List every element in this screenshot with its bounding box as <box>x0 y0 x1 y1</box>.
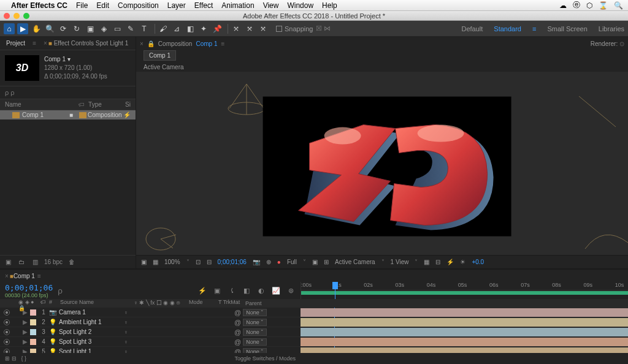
fast-preview-icon[interactable]: ▦ <box>424 259 429 265</box>
parent-dropdown[interactable]: None ˅ <box>243 348 267 354</box>
layer-name[interactable]: Spot Light 2 <box>59 328 91 335</box>
twirl-icon[interactable]: ▶ <box>22 319 28 325</box>
layer-switches[interactable]: ♀ <box>123 339 178 345</box>
visibility-toggle[interactable] <box>4 339 10 345</box>
layer-switches[interactable]: ♀ <box>123 319 178 325</box>
new-folder-icon[interactable]: 🗀 <box>17 258 26 267</box>
layer-switches[interactable]: ♀ <box>123 329 178 335</box>
pickwhip-icon[interactable]: @ <box>234 338 241 346</box>
pan-behind-tool[interactable]: ◈ <box>98 23 109 34</box>
eraser-tool[interactable]: ◧ <box>185 23 196 34</box>
visibility-toggle[interactable] <box>4 309 10 316</box>
channel-red-icon[interactable]: ● <box>277 259 281 265</box>
timeline-ruler[interactable]: :00s01s02s03s04s05s06s07s08s09s10s <box>301 282 628 299</box>
workspace-standard[interactable]: Standard <box>494 25 521 32</box>
circle-e-icon[interactable]: ⓔ <box>573 0 580 10</box>
layer-color-swatch[interactable] <box>30 329 36 335</box>
cloud-sync-icon[interactable]: ☁ <box>559 1 567 10</box>
pickwhip-icon[interactable]: @ <box>234 309 241 316</box>
workspace-smallscreen[interactable]: Small Screen <box>547 25 587 32</box>
type-tool[interactable]: T <box>139 23 150 34</box>
graph-editor-icon[interactable]: 📈 <box>271 286 281 295</box>
layer-name[interactable]: Ambient Light 1 <box>59 319 102 325</box>
dropbox-icon[interactable]: ⬡ <box>586 1 592 10</box>
comp-name-link[interactable]: Comp 1 <box>196 40 217 47</box>
timeline-tab-comp1[interactable]: Comp 1 <box>13 273 35 279</box>
pen-tool[interactable]: ✎ <box>125 23 136 34</box>
layer-switches[interactable]: ♀ <box>123 309 178 316</box>
current-timecode[interactable]: 0;00;01;06 <box>5 283 53 292</box>
hourglass-icon[interactable]: ⌛ <box>599 1 608 10</box>
close-icon[interactable]: × <box>140 40 144 47</box>
selection-tool[interactable]: ▶ <box>17 23 28 34</box>
menu-window[interactable]: Window <box>287 1 313 10</box>
hide-shy-icon[interactable]: ⤹ <box>227 286 237 295</box>
twirl-icon[interactable]: ▶ <box>22 328 28 335</box>
bit-depth-toggle[interactable]: 16 bpc <box>44 259 63 265</box>
layer-track[interactable] <box>301 308 628 317</box>
roto-tool[interactable]: ✦ <box>198 23 209 34</box>
layer-color-swatch[interactable] <box>30 349 36 354</box>
twirl-icon[interactable]: ▶ <box>22 348 28 353</box>
frame-blend-icon[interactable]: ◧ <box>242 286 251 295</box>
reset-exposure-icon[interactable]: ☀ <box>460 259 465 265</box>
menu-animation[interactable]: Animation <box>221 1 254 10</box>
layer-row[interactable]: ▶1📷Camera 1♀@None ˅ <box>0 308 301 317</box>
hand-tool[interactable]: ✋ <box>31 23 42 34</box>
local-axis-icon[interactable]: ⤧ <box>231 23 242 34</box>
layer-row[interactable]: ▶5💡Spot Light 1♀@None ˅ <box>0 347 301 353</box>
home-tool[interactable]: ⌂ <box>4 23 15 34</box>
layer-name[interactable]: Camera 1 <box>59 309 86 316</box>
expand-icon[interactable]: { } <box>21 355 27 362</box>
flowchart-icon[interactable]: ⚡ <box>123 112 131 118</box>
flowchart-icon[interactable]: ⚡ <box>446 259 454 265</box>
project-column-header[interactable]: Name 🏷 Type Si <box>0 99 136 110</box>
playhead[interactable] <box>335 282 335 299</box>
work-area-bar[interactable] <box>301 291 628 295</box>
layer-name[interactable]: Spot Light 3 <box>59 338 91 345</box>
lock-icon[interactable]: 🔒 <box>147 40 155 47</box>
parent-dropdown[interactable]: None ˅ <box>243 338 267 346</box>
layer-color-swatch[interactable] <box>30 339 36 345</box>
snapshot-icon[interactable]: 📷 <box>253 259 260 265</box>
pickwhip-icon[interactable]: @ <box>234 319 241 326</box>
workspace-default[interactable]: Default <box>461 25 483 32</box>
brush-tool[interactable]: 🖌 <box>158 23 169 34</box>
snapping-toggle[interactable]: Snapping☒ ⋈ <box>276 25 331 32</box>
magnification-icon[interactable]: ⊡ <box>196 259 201 265</box>
layer-switches[interactable]: ♀ <box>123 349 178 354</box>
zoom-tool[interactable]: 🔍 <box>44 23 55 34</box>
twirl-icon[interactable]: ▶ <box>22 309 28 316</box>
roi-icon[interactable]: ▣ <box>312 259 318 265</box>
zoom-window-button[interactable] <box>23 13 29 19</box>
layer-track[interactable] <box>301 317 628 327</box>
transparency-grid-icon[interactable]: ▦ <box>153 259 158 265</box>
composition-viewport[interactable] <box>136 72 628 255</box>
timeline-icon[interactable]: ⊟ <box>435 259 440 265</box>
layer-row[interactable]: ▶2💡Ambient Light 1♀@None ˅ <box>0 317 301 327</box>
comp-mini-flowchart-icon[interactable]: ⚡ <box>197 286 207 295</box>
orbit-tool[interactable]: ⟳ <box>58 23 69 34</box>
twirl-icon[interactable]: ▶ <box>22 338 28 345</box>
grid-icon[interactable]: ⊞ <box>324 259 329 265</box>
parent-dropdown[interactable]: None ˅ <box>243 309 267 316</box>
workspace-menu-icon[interactable]: ≡ <box>532 25 536 32</box>
timecode-display[interactable]: 0;00;01;06 <box>218 259 247 265</box>
brain-icon[interactable]: ⊛ <box>286 286 296 295</box>
puppet-tool[interactable]: 📌 <box>212 23 223 34</box>
motion-blur-icon[interactable]: ◐ <box>256 286 266 295</box>
menu-composition[interactable]: Composition <box>118 1 159 10</box>
project-search-input[interactable] <box>10 89 96 96</box>
draft-3d-icon[interactable]: ▣ <box>212 286 222 295</box>
show-snapshot-icon[interactable]: ⊕ <box>266 259 271 265</box>
toggle-switches-modes[interactable]: Toggle Switches / Modes <box>234 355 296 362</box>
rectangle-tool[interactable]: ▭ <box>112 23 123 34</box>
menu-view[interactable]: View <box>263 1 279 10</box>
layer-row[interactable]: ▶4💡Spot Light 3♀@None ˅ <box>0 337 301 347</box>
view-menu-dropdown[interactable]: Active Camera <box>335 259 375 265</box>
layer-track[interactable] <box>301 327 628 337</box>
tab-effect-controls[interactable]: ×■ Effect Controls Spot Light 1 <box>41 39 131 48</box>
layer-name[interactable]: Spot Light 1 <box>59 348 91 353</box>
project-item-comp1[interactable]: Comp 1 ■ Composition ⚡ <box>0 110 136 119</box>
world-axis-icon[interactable]: ⤧ <box>244 23 255 34</box>
